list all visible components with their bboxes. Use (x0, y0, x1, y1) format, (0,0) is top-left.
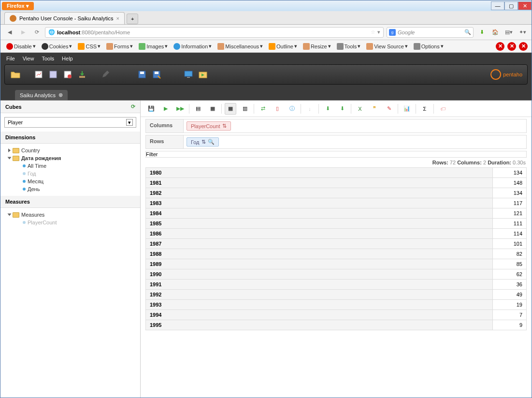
browser-tab[interactable]: Pentaho User Console - Saiku Analytics × (4, 12, 125, 24)
collapse-icon[interactable] (8, 214, 12, 216)
excel-icon[interactable]: X (354, 103, 366, 115)
new-report-icon[interactable] (47, 69, 59, 80)
dev-info[interactable]: Information▾ (172, 42, 214, 51)
table-row[interactable]: 19959 (146, 320, 527, 330)
dropdown-icon[interactable]: ▾ (377, 29, 380, 35)
new-tab-button[interactable]: + (127, 14, 138, 24)
reload-button[interactable]: ⟳ (31, 27, 42, 38)
table-row[interactable]: 199319 (146, 300, 527, 310)
save-icon[interactable] (136, 69, 148, 80)
firefox-menu-button[interactable]: Firefox ▾ (2, 2, 34, 10)
dev-resize[interactable]: Resize▾ (301, 42, 333, 51)
collapse-icon[interactable] (8, 157, 12, 160)
edit-mdx-icon[interactable]: ✎ (383, 103, 395, 115)
menu-file[interactable]: File (6, 56, 15, 61)
dev-tools[interactable]: Tools▾ (335, 42, 363, 51)
menu-help[interactable]: Help (62, 56, 73, 61)
show-fields-icon[interactable]: ▦ (207, 103, 218, 115)
spark-table-icon[interactable]: ▦ (225, 103, 236, 115)
forward-button[interactable]: ▶ (18, 27, 29, 38)
table-row[interactable]: 1985111 (146, 219, 527, 229)
bookmark-star-icon[interactable]: ☆ (371, 29, 375, 35)
dropdown-icon[interactable]: ▾ (126, 119, 133, 126)
spark-bar-icon[interactable]: ▥ (239, 103, 251, 115)
edit-icon[interactable] (100, 69, 111, 80)
drill-icon[interactable]: ↓ (304, 103, 316, 115)
download-icon[interactable] (76, 69, 88, 80)
expand-icon[interactable] (8, 148, 11, 152)
table-row[interactable]: 199062 (146, 269, 527, 280)
dev-outline[interactable]: Outline▾ (267, 42, 299, 51)
stats-icon[interactable]: Σ (419, 103, 431, 115)
table-row[interactable]: 1980134 (146, 168, 527, 178)
info-icon[interactable]: ⓘ (286, 103, 298, 115)
home-button[interactable]: 🏠 (490, 27, 501, 38)
menu-view[interactable]: View (23, 56, 34, 61)
dev-cookies[interactable]: Cookies▾ (40, 42, 74, 51)
dev-images[interactable]: Images▾ (137, 42, 170, 51)
dim-country[interactable]: Country (4, 147, 136, 154)
window-maximize-button[interactable]: ▢ (504, 1, 518, 10)
table-row[interactable]: 1982134 (146, 188, 527, 198)
hide-fields-icon[interactable]: ▤ (192, 103, 204, 115)
export-xls-icon[interactable]: ⬇ (322, 103, 333, 115)
level-year[interactable]: Год (4, 170, 136, 177)
window-close-button[interactable]: ✕ (518, 1, 532, 10)
table-row[interactable]: 199136 (146, 280, 527, 290)
tab-close-icon[interactable]: ⊗ (58, 92, 63, 98)
dev-misc[interactable]: Miscellaneous▾ (216, 42, 265, 51)
url-bar[interactable]: 🌐 localhost:8080/pentaho/Home ☆ ▾ (45, 27, 384, 38)
dev-css[interactable]: CSS▾ (76, 42, 102, 51)
run-icon[interactable]: ▶ (160, 103, 172, 115)
rows-chip[interactable]: Год ⇅ 🔍 (187, 137, 219, 147)
menu-tools[interactable]: Tools (42, 56, 54, 61)
swap-axis-icon[interactable]: ⇄ (257, 103, 269, 115)
measures-folder[interactable]: Measures (4, 211, 136, 219)
saiku-tab[interactable]: Saiku Analytics ⊗ (15, 90, 68, 100)
table-row[interactable]: 19947 (146, 310, 527, 320)
back-button[interactable]: ◀ (4, 27, 15, 38)
level-day[interactable]: День (4, 185, 136, 193)
refresh-icon[interactable]: ⟳ (131, 103, 135, 110)
search-box[interactable]: g Google 🔍 (387, 27, 474, 38)
dev-options[interactable]: Options▾ (412, 42, 446, 51)
devbar-close-3[interactable]: ✕ (519, 42, 528, 51)
non-empty-icon[interactable]: ▯ (272, 103, 283, 115)
table-row[interactable]: 198985 (146, 259, 527, 269)
table-row[interactable]: 198882 (146, 249, 527, 259)
new-dashboard-icon[interactable] (62, 69, 73, 80)
table-row[interactable]: 1984121 (146, 208, 527, 219)
level-alltime[interactable]: All Time (4, 162, 136, 170)
table-row[interactable]: 1983117 (146, 198, 527, 208)
mdx-icon[interactable]: ❞ (369, 103, 380, 115)
tag-icon[interactable]: 🏷 (437, 103, 448, 115)
table-row[interactable]: 199249 (146, 290, 527, 300)
filter-icon[interactable]: 🔍 (208, 139, 215, 145)
dim-birthdate[interactable]: Дата рождения (4, 154, 136, 162)
screen-icon[interactable] (183, 69, 194, 80)
devbar-close-2[interactable]: ✕ (507, 42, 516, 51)
devbar-close-1[interactable]: ✕ (496, 42, 504, 51)
addon-button[interactable]: ✦▾ (517, 27, 528, 38)
tab-close-icon[interactable]: × (116, 15, 119, 21)
sort-icon[interactable]: ⇅ (222, 123, 227, 129)
bookmarks-button[interactable]: ▤▾ (503, 27, 514, 38)
save-query-icon[interactable]: 💾 (145, 103, 157, 115)
new-analysis-icon[interactable] (33, 69, 44, 80)
export-csv-icon[interactable]: ⬇ (336, 103, 348, 115)
table-row[interactable]: 1981148 (146, 178, 527, 188)
save-as-icon[interactable] (151, 69, 162, 80)
dev-disable[interactable]: Disable▾ (4, 42, 38, 51)
downloads-button[interactable]: ⬇ (476, 27, 487, 38)
search-icon[interactable]: 🔍 (464, 29, 471, 35)
open-folder-icon[interactable] (10, 69, 21, 80)
cube-selector[interactable]: Player ▾ (4, 117, 136, 128)
measure-playercount[interactable]: PlayerCount (4, 219, 136, 226)
columns-chip[interactable]: PlayerCount ⇅ (187, 121, 231, 131)
play-folder-icon[interactable] (197, 69, 209, 80)
dev-viewsource[interactable]: View Source▾ (364, 42, 410, 51)
sort-icon[interactable]: ⇅ (201, 139, 206, 145)
level-month[interactable]: Месяц (4, 177, 136, 185)
dev-forms[interactable]: Forms▾ (104, 42, 135, 51)
table-row[interactable]: 1986114 (146, 229, 527, 239)
